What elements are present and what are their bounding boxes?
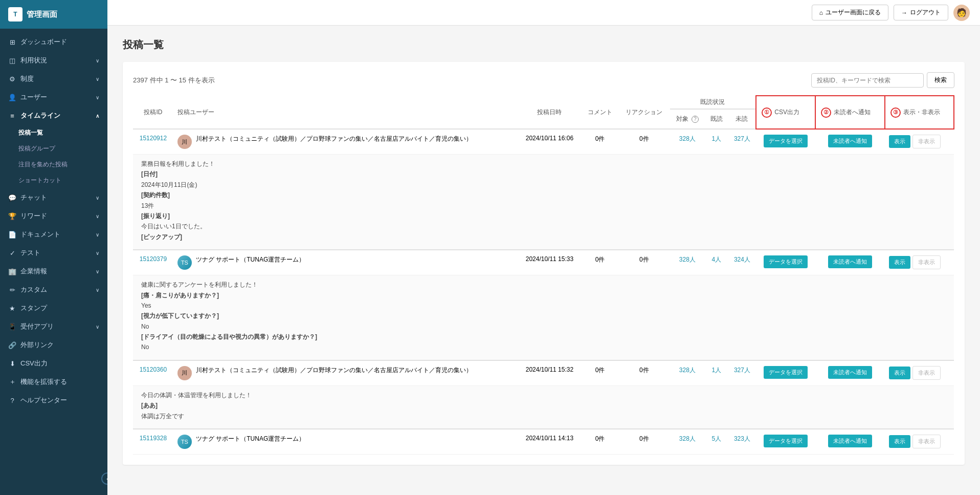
sidebar-label-dashboard: ダッシュボード: [20, 37, 67, 47]
expand-field: [日付]2024年10月11日(金): [141, 169, 946, 190]
target-link[interactable]: 328人: [679, 435, 696, 442]
sidebar-item-custom[interactable]: ✏ カスタム ∨: [0, 281, 107, 299]
read-link[interactable]: 1人: [712, 135, 722, 142]
expand-content: 業務日報を利用しました！[日付]2024年10月11日(金)[契約件数]13件[…: [133, 155, 954, 250]
post-date-cell: 2024/10/11 15:33: [518, 250, 581, 275]
sidebar-item-external[interactable]: 🔗 外部リンク: [0, 336, 107, 354]
sidebar-item-test[interactable]: ✓ テスト ∨: [0, 244, 107, 262]
help-tooltip-icon[interactable]: ?: [692, 116, 699, 123]
read-link[interactable]: 1人: [712, 367, 722, 374]
notify-unread-button[interactable]: 未読者へ通知: [828, 135, 872, 147]
sidebar-item-featured[interactable]: 注目を集めた投稿: [0, 157, 107, 173]
notify-unread-button[interactable]: 未読者へ通知: [828, 366, 872, 379]
post-target-cell: 328人: [670, 429, 705, 455]
read-link[interactable]: 4人: [712, 256, 722, 263]
hide-button[interactable]: 非表示: [912, 366, 941, 380]
sidebar-item-posts[interactable]: 投稿一覧: [0, 125, 107, 141]
sidebar-item-csv[interactable]: ⬇ CSV出力: [0, 354, 107, 373]
document-icon: 📄: [8, 231, 16, 239]
usage-icon: ◫: [8, 57, 16, 64]
expand-field-label: [ドライアイ（目の乾燥による目や視力の異常）がありますか？]: [141, 333, 317, 340]
unread-link[interactable]: 324人: [734, 256, 750, 263]
logout-button[interactable]: → ログアウト: [894, 5, 948, 20]
help-icon: ?: [8, 397, 16, 404]
sidebar-item-post-groups[interactable]: 投稿グループ: [0, 141, 107, 157]
sidebar-label-extend: 機能を拡張する: [20, 377, 67, 386]
post-user-cell: 川 川村テスト（コミュニティ（試験用）／プロ野球ファンの集い／名古屋店アルバイト…: [173, 129, 518, 155]
sidebar-item-system[interactable]: ⚙ 制度 ∨: [0, 70, 107, 88]
post-date-cell: 2024/10/11 14:13: [518, 429, 581, 455]
target-link[interactable]: 328人: [679, 135, 696, 142]
expand-intro: 業務日報を利用しました！: [141, 159, 946, 169]
target-link[interactable]: 328人: [679, 256, 696, 263]
post-id-link[interactable]: 15120912: [140, 135, 167, 142]
dashboard-icon: ⊞: [8, 38, 16, 46]
posts-table-container: 2397 件中 1 〜 15 件を表示 検索 投稿ID 投稿ユーザー 投稿日時 …: [123, 62, 965, 465]
sidebar-item-company[interactable]: 🏢 企業情報 ∨: [0, 262, 107, 281]
notify-unread-button[interactable]: 未読者へ通知: [828, 435, 872, 447]
sidebar-item-shortcuts[interactable]: ショートカット: [0, 173, 107, 188]
search-input[interactable]: [811, 73, 924, 88]
sidebar-item-usage[interactable]: ◫ 利用状況 ∨: [0, 51, 107, 70]
sidebar-item-chat[interactable]: 💬 チャット ∨: [0, 188, 107, 207]
post-user-name: 川村テスト（コミュニティ（試験用）／プロ野球ファンの集い／名古屋店アルバイト／育…: [196, 135, 472, 143]
sidebar-label-featured: 注目を集めた投稿: [18, 161, 68, 168]
select-data-button[interactable]: データを選択: [764, 255, 808, 268]
chevron-down-icon: ∨: [96, 95, 99, 100]
select-data-button[interactable]: データを選択: [764, 366, 808, 379]
expand-field-label: [振り返り]: [141, 212, 170, 220]
expand-intro: 健康に関するアンケートを利用しました！: [141, 279, 946, 290]
target-link[interactable]: 328人: [679, 367, 696, 374]
sidebar-item-extend[interactable]: ＋ 機能を拡張する: [0, 373, 107, 391]
select-data-button[interactable]: データを選択: [764, 135, 808, 147]
sidebar-label-test: テスト: [20, 248, 40, 257]
sidebar-item-reception[interactable]: 📱 受付アプリ ∨: [0, 317, 107, 336]
hide-button[interactable]: 非表示: [912, 135, 941, 148]
sidebar-label-system: 制度: [20, 74, 34, 83]
hide-button[interactable]: 非表示: [912, 435, 941, 448]
sidebar-item-stamp[interactable]: ★ スタンプ: [0, 299, 107, 317]
table-count: 2397 件中 1 〜 15 件を表示: [133, 76, 215, 85]
sidebar-item-timeline[interactable]: ≡ タイムライン ∧: [0, 106, 107, 125]
sidebar-item-help[interactable]: ? ヘルプセンター: [0, 391, 107, 410]
post-read-cell: 4人: [705, 250, 728, 275]
user-screen-button[interactable]: ⌂ ユーザー画面に戻る: [812, 5, 888, 20]
reward-icon: 🏆: [8, 212, 16, 220]
post-reaction-cell: 0件: [618, 360, 670, 386]
post-id-link[interactable]: 15120379: [140, 255, 167, 263]
logout-label: ログアウト: [910, 8, 941, 17]
notify-unread-button[interactable]: 未読者へ通知: [828, 255, 872, 268]
sidebar-item-users[interactable]: 👤 ユーザー ∨: [0, 88, 107, 106]
expand-field-label: [ああ]: [141, 402, 158, 409]
unread-link[interactable]: 323人: [734, 435, 750, 442]
select-data-button[interactable]: データを選択: [764, 435, 808, 447]
col-header-unread: 未読: [728, 109, 756, 129]
post-user-cell: 川 川村テスト（コミュニティ（試験用）／プロ野球ファンの集い／名古屋店アルバイト…: [173, 360, 518, 386]
show-button[interactable]: 表示: [889, 435, 910, 448]
post-expand-row: 今日の体調・体温管理を利用しました！[ああ]体調は万全です: [133, 385, 954, 429]
table-header-row: 2397 件中 1 〜 15 件を表示 検索: [133, 72, 954, 88]
sidebar-item-reward[interactable]: 🏆 リワード ∨: [0, 207, 107, 225]
chevron-down-icon: ∨: [96, 213, 99, 219]
tunag-logo-icon: T: [8, 7, 23, 21]
hide-button[interactable]: 非表示: [912, 255, 941, 269]
unread-link[interactable]: 327人: [734, 367, 750, 374]
show-button[interactable]: 表示: [889, 135, 910, 148]
expand-field-label: [視力が低下していますか？]: [141, 312, 219, 319]
read-link[interactable]: 5人: [712, 435, 722, 442]
post-comment-cell: 0件: [582, 250, 619, 275]
post-id-link[interactable]: 15119328: [140, 435, 167, 442]
show-button[interactable]: 表示: [889, 367, 910, 379]
chevron-down-icon: ∨: [96, 250, 99, 256]
unread-link[interactable]: 327人: [734, 135, 750, 142]
expand-field-value: No: [141, 343, 149, 351]
show-button[interactable]: 表示: [889, 256, 910, 269]
display-action-cell: 表示 非表示: [885, 429, 954, 455]
display-action-cell: 表示 非表示: [885, 129, 954, 155]
sidebar-item-document[interactable]: 📄 ドキュメント ∨: [0, 225, 107, 244]
reception-icon: 📱: [8, 323, 16, 331]
search-button[interactable]: 検索: [927, 72, 954, 88]
sidebar-item-dashboard[interactable]: ⊞ ダッシュボード: [0, 33, 107, 51]
post-id-link[interactable]: 15120360: [140, 366, 167, 373]
expand-field: [痛・肩こりがありますか？]Yes: [141, 290, 946, 311]
